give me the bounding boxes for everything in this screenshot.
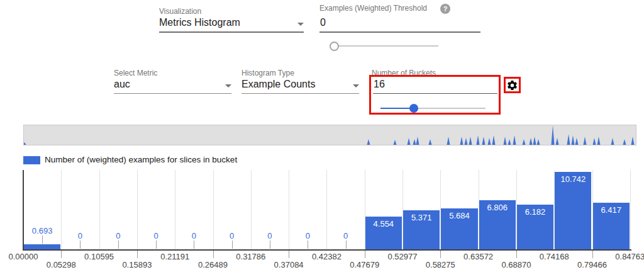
bar-label-stem — [346, 241, 347, 249]
bar-value-label: 0 — [251, 231, 289, 241]
bar-label-stem — [42, 235, 43, 244]
bar-label-stem — [156, 241, 157, 249]
bar-value-label: 0 — [213, 231, 251, 241]
x-axis-tick — [440, 251, 441, 258]
bar-value-label: 0 — [137, 231, 175, 241]
bar-label-stem — [118, 241, 119, 249]
bar-value-label: 0 — [327, 231, 365, 241]
x-axis-tick — [516, 251, 517, 258]
bar-value-label: 5.684 — [440, 211, 478, 220]
bar-value-label: 0.693 — [23, 226, 61, 235]
x-axis-tick-label: 0.47679 — [345, 260, 385, 269]
bar-value-label: 6.806 — [479, 203, 516, 212]
x-axis-tick-label: 0.79466 — [572, 260, 613, 269]
x-axis-tick-label: 0.58275 — [420, 260, 460, 269]
histogram-chart: 0.693000000004.5545.3715.6846.8066.18210… — [0, 0, 644, 272]
x-axis-line — [23, 249, 631, 251]
x-axis-tick-label: 0.52977 — [382, 252, 423, 261]
bar-value-label: 6.417 — [592, 205, 630, 215]
bar-value-label: 4.554 — [365, 219, 402, 229]
x-axis-tick-label: 0.31786 — [231, 252, 271, 261]
x-axis-tick-label: 0.21191 — [155, 252, 195, 261]
bar-value-label: 10.742 — [554, 174, 592, 184]
x-axis-tick-label: 0.15893 — [117, 260, 157, 269]
x-axis-tick — [137, 251, 138, 258]
bar-label-stem — [194, 241, 194, 249]
bar-value-label: 0 — [175, 231, 213, 241]
bar-value-label: 0 — [289, 231, 326, 241]
x-axis-tick-label: 0.10595 — [79, 252, 119, 261]
x-axis-tick-label: 0.84763 — [610, 252, 644, 261]
bar-value-label: 5.371 — [402, 213, 440, 222]
y-axis-line — [23, 170, 24, 249]
histogram-bar[interactable] — [24, 244, 60, 249]
x-axis-tick — [213, 251, 214, 258]
x-axis-tick-label: 0.26489 — [193, 260, 233, 269]
bar-label-stem — [270, 241, 270, 249]
x-axis-tick — [592, 251, 593, 258]
x-axis-tick — [61, 251, 62, 258]
x-axis-tick-label: 0.05298 — [41, 260, 81, 269]
x-axis-tick-label: 0.74168 — [534, 252, 574, 261]
bar-label-stem — [80, 241, 80, 249]
x-axis-tick — [365, 251, 365, 258]
bar-value-label: 6.182 — [516, 207, 554, 217]
bar-label-stem — [232, 241, 233, 249]
x-axis-tick-label: 0.68870 — [496, 260, 536, 269]
x-axis-tick-label: 0.63572 — [458, 252, 499, 261]
x-axis-tick — [289, 251, 289, 258]
bar-value-label: 0 — [61, 231, 99, 241]
x-axis-tick-label: 0.42382 — [306, 252, 347, 261]
metrics-histogram-view: Visualization Metrics Histogram Examples… — [0, 0, 644, 272]
bar-label-stem — [308, 241, 308, 249]
x-axis-tick-label: 0.37084 — [269, 260, 309, 269]
bar-value-label: 0 — [99, 231, 137, 241]
x-axis-tick-label: 0.00000 — [3, 252, 43, 261]
gridline — [630, 170, 631, 249]
